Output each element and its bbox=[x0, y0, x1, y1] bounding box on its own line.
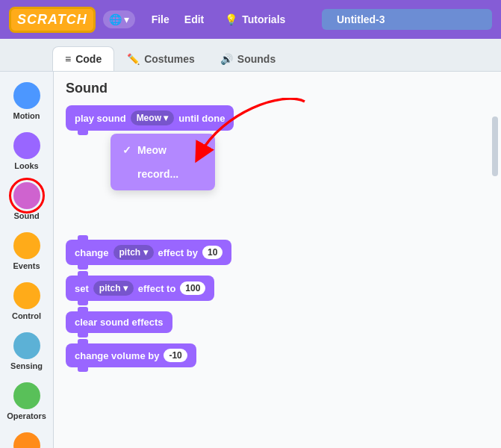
project-title-input[interactable] bbox=[322, 9, 492, 30]
sound-dropdown-menu[interactable]: ✓ Meow record... bbox=[111, 134, 215, 190]
sidebar-item-operators[interactable]: Operators bbox=[0, 378, 53, 425]
change-volume-block[interactable]: change volume by -10 bbox=[66, 343, 196, 367]
scratch-logo[interactable]: SCRATCH bbox=[9, 7, 96, 33]
set-text: set bbox=[75, 283, 89, 294]
sensing-label: Sensing bbox=[10, 361, 43, 370]
change-pitch-row: change pitch ▾ effect by 10 bbox=[66, 240, 489, 271]
blocks-section: play sound Meow ▾ until done ✓ Meow reco… bbox=[66, 105, 489, 373]
sidebar-item-control[interactable]: Control bbox=[0, 278, 53, 325]
play-sound-block-wrapper: play sound Meow ▾ until done ✓ Meow reco… bbox=[66, 105, 489, 137]
sidebar: Motion Looks Sound Events Control Sensin… bbox=[0, 72, 54, 448]
record-label: record... bbox=[122, 168, 178, 180]
file-menu[interactable]: File bbox=[146, 10, 175, 28]
sidebar-item-variables[interactable]: Variables bbox=[0, 428, 53, 448]
pitch-dropdown[interactable]: pitch ▾ bbox=[113, 245, 154, 260]
clear-effects-row: clear sound effects bbox=[66, 311, 489, 339]
change-text: change bbox=[75, 247, 109, 258]
sidebar-item-motion[interactable]: Motion bbox=[0, 78, 53, 125]
pitch-value-input[interactable]: 10 bbox=[202, 246, 223, 259]
sound-label: Sound bbox=[13, 211, 39, 220]
change-volume-row: change volume by -10 bbox=[66, 343, 489, 373]
sound-dot bbox=[13, 182, 40, 209]
volume-value-input[interactable]: -10 bbox=[164, 349, 187, 362]
main-layout: Motion Looks Sound Events Control Sensin… bbox=[0, 72, 501, 448]
looks-label: Looks bbox=[14, 161, 38, 170]
costumes-tab-label: Costumes bbox=[144, 53, 195, 65]
meow-check-icon: ✓ bbox=[122, 144, 131, 156]
effect-by-text: effect by bbox=[158, 247, 198, 258]
scrollbar[interactable] bbox=[492, 116, 498, 176]
sound-dot-wrapper bbox=[13, 182, 40, 209]
header-right bbox=[322, 9, 492, 30]
control-dot bbox=[13, 282, 40, 309]
motion-dot bbox=[13, 82, 40, 109]
set-pitch-block[interactable]: set pitch ▾ effect to 100 bbox=[66, 276, 214, 301]
sidebar-item-events[interactable]: Events bbox=[0, 228, 53, 275]
bulb-icon: 💡 bbox=[225, 13, 237, 25]
sidebar-item-sound[interactable]: Sound bbox=[0, 178, 53, 225]
change-volume-text: change volume by bbox=[75, 350, 159, 361]
sound-dropdown-pill[interactable]: Meow ▾ bbox=[131, 111, 175, 125]
until-done-text: until done bbox=[178, 113, 225, 124]
header: SCRATCH 🌐 ▾ File Edit 💡 Tutorials bbox=[0, 0, 501, 39]
control-label: Control bbox=[12, 311, 41, 320]
change-pitch-block[interactable]: change pitch ▾ effect by 10 bbox=[66, 240, 231, 265]
tab-sounds[interactable]: 🔊 Sounds bbox=[208, 46, 288, 71]
events-label: Events bbox=[13, 261, 40, 270]
content-area: Sound play sound Meow ▾ until done ✓ Meo… bbox=[54, 72, 501, 448]
set-pitch-row: set pitch ▾ effect to 100 bbox=[66, 276, 489, 307]
sounds-tab-label: Sounds bbox=[237, 53, 276, 65]
pitch-to-value-input[interactable]: 100 bbox=[180, 281, 205, 295]
effect-to-text: effect to bbox=[138, 283, 176, 294]
play-sound-text: play sound bbox=[75, 113, 126, 124]
looks-dot bbox=[13, 132, 40, 159]
set-pitch-dropdown[interactable]: pitch ▾ bbox=[93, 281, 134, 296]
events-dot bbox=[13, 232, 40, 259]
clear-effects-block[interactable]: clear sound effects bbox=[66, 311, 172, 333]
tab-costumes[interactable]: ✏️ Costumes bbox=[114, 46, 208, 71]
dropdown-item-meow[interactable]: ✓ Meow bbox=[111, 138, 215, 162]
motion-label: Motion bbox=[13, 111, 40, 120]
section-title: Sound bbox=[66, 81, 489, 96]
tutorials-label: Tutorials bbox=[242, 13, 285, 25]
tab-code[interactable]: ≡ Code bbox=[52, 46, 114, 71]
clear-effects-text: clear sound effects bbox=[75, 317, 164, 328]
header-nav: File Edit bbox=[146, 10, 211, 28]
sounds-tab-icon: 🔊 bbox=[220, 53, 233, 65]
code-tab-label: Code bbox=[75, 53, 102, 65]
globe-icon: 🌐 bbox=[109, 13, 122, 25]
language-selector[interactable]: 🌐 ▾ bbox=[103, 10, 135, 28]
code-tab-icon: ≡ bbox=[65, 53, 71, 65]
operators-dot bbox=[13, 382, 40, 409]
meow-label: Meow bbox=[137, 144, 167, 156]
globe-chevron: ▾ bbox=[124, 13, 129, 25]
sensing-dot bbox=[13, 332, 40, 359]
operators-label: Operators bbox=[7, 411, 46, 420]
tabs-bar: ≡ Code ✏️ Costumes 🔊 Sounds bbox=[0, 39, 501, 72]
dropdown-item-record[interactable]: record... bbox=[111, 162, 215, 186]
play-sound-block[interactable]: play sound Meow ▾ until done bbox=[66, 105, 234, 131]
costumes-tab-icon: ✏️ bbox=[127, 53, 140, 65]
variables-dot bbox=[13, 432, 40, 448]
sidebar-item-sensing[interactable]: Sensing bbox=[0, 328, 53, 375]
sidebar-item-looks[interactable]: Looks bbox=[0, 128, 53, 175]
edit-menu[interactable]: Edit bbox=[178, 10, 210, 28]
tutorials-button[interactable]: 💡 Tutorials bbox=[217, 10, 293, 28]
